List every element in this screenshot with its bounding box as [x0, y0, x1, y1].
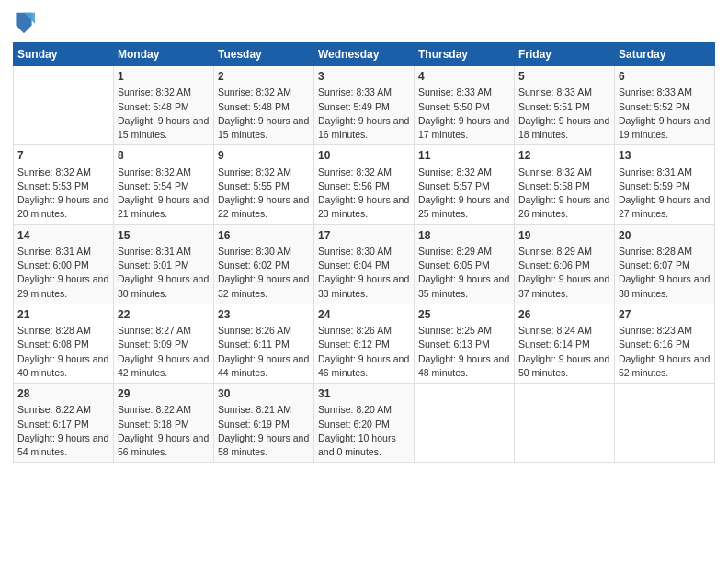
calendar-cell: 31Sunrise: 8:20 AMSunset: 6:20 PMDayligh…	[314, 384, 415, 463]
daylight-text: Daylight: 9 hours and 38 minutes.	[619, 273, 710, 298]
calendar-cell: 18Sunrise: 8:29 AMSunset: 6:05 PMDayligh…	[415, 224, 515, 304]
day-number: 6	[619, 69, 711, 85]
calendar-cell: 13Sunrise: 8:31 AMSunset: 5:59 PMDayligh…	[615, 145, 715, 224]
calendar-cell: 25Sunrise: 8:25 AMSunset: 6:13 PMDayligh…	[415, 304, 515, 383]
sunset-text: Sunset: 6:20 PM	[318, 419, 390, 430]
sunrise-text: Sunrise: 8:24 AM	[518, 325, 592, 336]
calendar-cell: 8Sunrise: 8:32 AMSunset: 5:54 PMDaylight…	[114, 145, 214, 224]
calendar-cell: 19Sunrise: 8:29 AMSunset: 6:06 PMDayligh…	[515, 224, 615, 304]
day-number: 4	[418, 69, 510, 85]
daylight-text: Daylight: 9 hours and 32 minutes.	[218, 273, 309, 298]
calendar-week-3: 14Sunrise: 8:31 AMSunset: 6:00 PMDayligh…	[14, 224, 715, 304]
calendar-table: SundayMondayTuesdayWednesdayThursdayFrid…	[13, 42, 715, 463]
daylight-text: Daylight: 9 hours and 35 minutes.	[418, 273, 509, 298]
sunrise-text: Sunrise: 8:25 AM	[418, 325, 492, 336]
daylight-text: Daylight: 9 hours and 44 minutes.	[218, 353, 309, 378]
sunset-text: Sunset: 5:56 PM	[318, 180, 390, 191]
calendar-cell: 14Sunrise: 8:31 AMSunset: 6:00 PMDayligh…	[14, 224, 114, 304]
sunset-text: Sunset: 6:00 PM	[17, 259, 89, 270]
day-number: 17	[318, 228, 410, 244]
calendar-week-5: 28Sunrise: 8:22 AMSunset: 6:17 PMDayligh…	[14, 384, 715, 463]
daylight-text: Daylight: 9 hours and 42 minutes.	[118, 353, 209, 378]
sunset-text: Sunset: 5:59 PM	[619, 180, 690, 191]
sunrise-text: Sunrise: 8:22 AM	[17, 404, 91, 415]
sunrise-text: Sunrise: 8:32 AM	[118, 167, 191, 178]
calendar-cell	[415, 384, 515, 463]
daylight-text: Daylight: 9 hours and 58 minutes.	[218, 432, 309, 457]
daylight-text: Daylight: 9 hours and 16 minutes.	[318, 115, 409, 140]
sunrise-text: Sunrise: 8:32 AM	[218, 86, 291, 98]
sunrise-text: Sunrise: 8:32 AM	[318, 167, 392, 178]
sunrise-text: Sunrise: 8:32 AM	[118, 86, 191, 98]
sunrise-text: Sunrise: 8:26 AM	[318, 325, 392, 336]
day-number: 13	[619, 148, 711, 164]
daylight-text: Daylight: 9 hours and 56 minutes.	[118, 432, 209, 457]
calendar-cell: 20Sunrise: 8:28 AMSunset: 6:07 PMDayligh…	[615, 224, 715, 304]
logo	[13, 9, 39, 37]
sunrise-text: Sunrise: 8:21 AM	[218, 404, 291, 415]
day-number: 23	[218, 307, 310, 323]
header-row	[13, 9, 715, 37]
daylight-text: Daylight: 9 hours and 25 minutes.	[418, 194, 509, 219]
daylight-text: Daylight: 9 hours and 48 minutes.	[418, 353, 509, 378]
calendar-cell: 27Sunrise: 8:23 AMSunset: 6:16 PMDayligh…	[615, 304, 715, 383]
calendar-cell	[615, 384, 715, 463]
daylight-text: Daylight: 9 hours and 22 minutes.	[218, 194, 309, 219]
calendar-cell: 21Sunrise: 8:28 AMSunset: 6:08 PMDayligh…	[14, 304, 114, 383]
sunrise-text: Sunrise: 8:20 AM	[318, 404, 392, 415]
daylight-text: Daylight: 9 hours and 19 minutes.	[619, 115, 710, 140]
daylight-text: Daylight: 9 hours and 17 minutes.	[418, 115, 509, 140]
sunset-text: Sunset: 5:53 PM	[17, 180, 89, 191]
sunset-text: Sunset: 6:04 PM	[318, 259, 390, 270]
daylight-text: Daylight: 9 hours and 52 minutes.	[619, 353, 710, 378]
calendar-cell: 24Sunrise: 8:26 AMSunset: 6:12 PMDayligh…	[314, 304, 415, 383]
day-number: 18	[418, 228, 510, 244]
sunrise-text: Sunrise: 8:33 AM	[518, 86, 592, 98]
sunset-text: Sunset: 5:58 PM	[518, 180, 590, 191]
sunset-text: Sunset: 6:16 PM	[619, 339, 690, 350]
sunset-text: Sunset: 5:55 PM	[218, 180, 290, 191]
day-number: 2	[218, 69, 310, 85]
sunset-text: Sunset: 5:54 PM	[118, 180, 189, 191]
daylight-text: Daylight: 9 hours and 54 minutes.	[17, 432, 108, 457]
day-number: 26	[518, 307, 610, 323]
daylight-text: Daylight: 9 hours and 46 minutes.	[318, 353, 409, 378]
calendar-cell: 3Sunrise: 8:33 AMSunset: 5:49 PMDaylight…	[314, 66, 415, 145]
weekday-header-friday: Friday	[515, 43, 615, 66]
day-number: 21	[17, 307, 109, 323]
sunrise-text: Sunrise: 8:32 AM	[17, 167, 91, 178]
day-number: 7	[17, 148, 109, 164]
sunset-text: Sunset: 6:01 PM	[118, 259, 189, 270]
sunrise-text: Sunrise: 8:33 AM	[418, 86, 492, 98]
sunrise-text: Sunrise: 8:28 AM	[619, 246, 692, 257]
sunset-text: Sunset: 6:07 PM	[619, 259, 690, 270]
sunset-text: Sunset: 5:48 PM	[118, 101, 189, 112]
sunset-text: Sunset: 5:51 PM	[518, 101, 590, 112]
daylight-text: Daylight: 9 hours and 21 minutes.	[118, 194, 209, 219]
sunrise-text: Sunrise: 8:32 AM	[518, 167, 592, 178]
sunrise-text: Sunrise: 8:29 AM	[518, 246, 592, 257]
calendar-cell: 16Sunrise: 8:30 AMSunset: 6:02 PMDayligh…	[214, 224, 314, 304]
calendar-cell: 7Sunrise: 8:32 AMSunset: 5:53 PMDaylight…	[14, 145, 114, 224]
weekday-header-saturday: Saturday	[615, 43, 715, 66]
weekday-header-sunday: Sunday	[14, 43, 114, 66]
sunrise-text: Sunrise: 8:31 AM	[118, 246, 191, 257]
sunrise-text: Sunrise: 8:33 AM	[318, 86, 392, 98]
sunset-text: Sunset: 5:52 PM	[619, 101, 690, 112]
sunset-text: Sunset: 6:19 PM	[218, 419, 290, 430]
sunrise-text: Sunrise: 8:31 AM	[619, 167, 692, 178]
sunset-text: Sunset: 5:50 PM	[418, 101, 490, 112]
day-number: 9	[218, 148, 310, 164]
calendar-cell: 4Sunrise: 8:33 AMSunset: 5:50 PMDaylight…	[415, 66, 515, 145]
day-number: 10	[318, 148, 410, 164]
logo-icon	[13, 9, 35, 37]
sunrise-text: Sunrise: 8:27 AM	[118, 325, 191, 336]
calendar-cell: 6Sunrise: 8:33 AMSunset: 5:52 PMDaylight…	[615, 66, 715, 145]
calendar-cell: 17Sunrise: 8:30 AMSunset: 6:04 PMDayligh…	[314, 224, 415, 304]
daylight-text: Daylight: 9 hours and 20 minutes.	[17, 194, 108, 219]
day-number: 8	[118, 148, 210, 164]
daylight-text: Daylight: 10 hours and 0 minutes.	[318, 432, 396, 457]
sunset-text: Sunset: 5:57 PM	[418, 180, 490, 191]
sunset-text: Sunset: 6:08 PM	[17, 339, 89, 350]
page-container: SundayMondayTuesdayWednesdayThursdayFrid…	[0, 0, 728, 470]
